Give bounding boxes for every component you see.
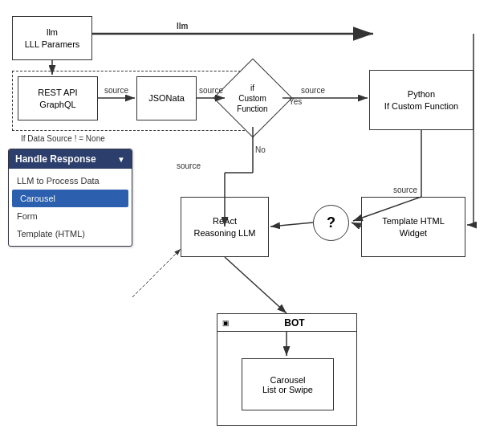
diagram: llm LLL Paramers If Data Source ! = None…	[0, 0, 504, 441]
svg-line-26	[132, 249, 181, 297]
rest-api-box: REST API GraphQL	[18, 76, 98, 120]
svg-line-22	[270, 223, 313, 227]
dropdown-header-label: Handle Response	[15, 153, 96, 165]
svg-text:source: source	[177, 161, 201, 170]
bot-header: ▣ BOT	[217, 314, 356, 332]
llm-params-box: llm LLL Paramers	[12, 16, 92, 60]
python-box: Python If Custom Function	[369, 70, 474, 130]
template-widget-box: Template HTML Widget	[361, 197, 465, 257]
react-label: ReAct Reasoning LLM	[193, 215, 255, 239]
bot-container: ▣ BOT Carousel List or Swipe	[217, 313, 357, 426]
dropdown-chevron-icon: ▼	[117, 155, 125, 164]
jsonata-label: JSONata	[148, 92, 185, 104]
carousel-box: Carousel List or Swipe	[242, 358, 334, 410]
svg-line-24	[225, 257, 287, 313]
question-circle: ?	[313, 205, 349, 241]
dropdown-header[interactable]: Handle Response ▼	[9, 149, 132, 169]
handle-response-dropdown[interactable]: Handle Response ▼ LLM to Process Data Ca…	[8, 149, 132, 247]
svg-text:No: No	[255, 145, 266, 154]
template-label: Template HTML Widget	[382, 215, 445, 239]
jsonata-box: JSONata	[136, 76, 197, 120]
question-mark: ?	[327, 214, 335, 231]
dropdown-item-llm[interactable]: LLM to Process Data	[9, 172, 132, 190]
react-box: ReAct Reasoning LLM	[181, 197, 269, 257]
python-label: Python If Custom Function	[384, 88, 458, 112]
svg-text:llm: llm	[177, 22, 189, 31]
dropdown-items: LLM to Process Data Carousel Form Templa…	[9, 169, 132, 246]
svg-text:source: source	[301, 86, 325, 95]
dashed-label: If Data Source ! = None	[21, 134, 105, 143]
bot-title: BOT	[233, 317, 356, 329]
dropdown-item-carousel[interactable]: Carousel	[12, 190, 128, 207]
rest-api-label: REST API GraphQL	[38, 87, 77, 110]
svg-line-23	[352, 223, 361, 227]
llm-params-label: llm LLL Paramers	[25, 27, 80, 50]
svg-text:source: source	[393, 186, 417, 194]
carousel-label: Carousel List or Swipe	[262, 375, 313, 394]
condition-label: if Custom Function	[218, 70, 287, 126]
dropdown-item-template[interactable]: Template (HTML)	[9, 225, 132, 243]
dropdown-item-form[interactable]: Form	[9, 207, 132, 225]
